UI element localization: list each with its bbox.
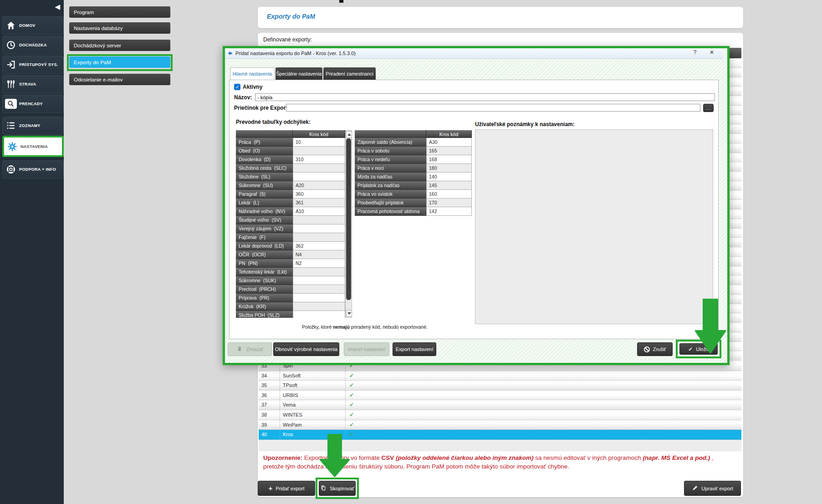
menu-item-nastavenia-databazy[interactable]: Nastavenia databázy xyxy=(69,22,170,34)
sidebar-item-label: DOMOV xyxy=(19,23,36,28)
table-row[interactable]: Práca (P) 10 xyxy=(236,138,352,147)
dialog-help-button[interactable]: ? xyxy=(690,49,699,57)
table-row[interactable]: Fajčenie (F) xyxy=(236,233,352,242)
active-checkbox[interactable]: ✓ xyxy=(234,84,240,90)
table-row[interactable]: Práca v sobotu 165 xyxy=(355,147,472,155)
table-row[interactable]: Práca v noci 180 xyxy=(355,164,472,173)
row-name: TPsoft xyxy=(280,381,346,390)
export-settings-dialog: Pridať nastavenia exportu do PaM - Kros … xyxy=(223,46,730,365)
clock-icon xyxy=(3,40,19,50)
delete-button[interactable]: Zmazať xyxy=(228,342,272,356)
main-sidebar: ◀ DOMOV DOCHÁDZKA PRÍSTUPOVÝ SYS. STRAVA… xyxy=(0,0,64,504)
numbered-list-icon xyxy=(3,121,19,131)
row-number: 38 xyxy=(259,410,280,420)
table-row[interactable]: Práca v nedeľu 168 xyxy=(355,155,472,164)
scrollbar-thumb[interactable] xyxy=(346,138,351,300)
check-icon: ✓ xyxy=(688,346,693,352)
sidebar-collapse-icon[interactable]: ◀ xyxy=(44,3,60,14)
table-row[interactable]: Súkromne (SUK) xyxy=(236,276,352,285)
dialog-titlebar[interactable]: Pridať nastavenia exportu do PaM - Kros … xyxy=(225,48,723,59)
export-settings-button[interactable]: Export nastavení xyxy=(393,342,436,356)
sidebar-item-zoznamy[interactable]: ZOZNAMY xyxy=(2,117,64,135)
edit-export-button[interactable]: Upraviť export xyxy=(684,481,741,496)
table-row[interactable]: 35 TPsoft ✓ xyxy=(259,381,741,391)
login-arrow-icon xyxy=(3,60,19,70)
table-row[interactable]: Záporné saldo (Absencia) A30 xyxy=(355,138,472,147)
scroll-up-icon[interactable] xyxy=(346,131,352,138)
table-row[interactable]: 34 SunSoft ✓ xyxy=(259,371,741,381)
check-icon: ✓ xyxy=(346,420,741,430)
table-row[interactable]: 39 WinPam ✓ xyxy=(259,420,741,430)
scrollbar[interactable] xyxy=(345,130,352,318)
table-row[interactable]: Príplatok za nadčas 145 xyxy=(355,181,472,190)
table-row[interactable]: Pracovná pohotovosť aktívna 142 xyxy=(355,207,472,216)
dialog-content: ✓ Aktívny Názov: Priečinok pre Export: .… xyxy=(229,80,719,339)
table-row[interactable]: Príprava (PR) xyxy=(236,294,352,302)
sidebar-item-label: NASTAVENIA xyxy=(20,144,48,149)
dialog-title: Pridať nastavenia exportu do PaM - Kros … xyxy=(235,51,356,56)
sidebar-item-label: ZOZNAMY xyxy=(19,123,41,128)
table-row[interactable]: Práca vo sviatok 160 xyxy=(355,190,472,199)
dialog-close-button[interactable]: ✕ xyxy=(707,49,717,57)
sidebar-item-prehlady[interactable]: PREHĽADY xyxy=(2,95,64,113)
browse-folder-button[interactable]: ... xyxy=(703,104,714,112)
table-row[interactable]: Lekár (L) 361 xyxy=(236,199,352,207)
export-folder-input[interactable] xyxy=(286,104,700,112)
cancel-icon xyxy=(644,346,650,352)
sidebar-item-pristupovy-sys[interactable]: PRÍSTUPOVÝ SYS. xyxy=(2,56,64,74)
table-row[interactable]: Mzda za nadčas 140 xyxy=(355,173,472,181)
table-row[interactable]: Služba POH (SLZ) xyxy=(236,311,352,318)
table-row[interactable]: Tehotenský lekár (Lkt) xyxy=(236,268,352,276)
name-input[interactable] xyxy=(255,93,715,101)
table-row[interactable]: 36 URBIS ✓ xyxy=(259,391,741,401)
menu-item-program[interactable]: Program xyxy=(69,6,170,18)
deviation-conversion-table: Kros kód Práca (P) 10 Obed (O) xyxy=(236,130,352,318)
sidebar-item-domov[interactable]: DOMOV xyxy=(2,16,64,35)
menu-item-odosielanie-emailov[interactable]: Odosielanie e-mailov xyxy=(69,74,170,85)
table-row[interactable]: Služobne (SL) xyxy=(236,173,352,181)
page-title-card xyxy=(258,7,743,28)
highlight-frame xyxy=(316,478,359,499)
table-row[interactable]: Prechod (PRCH) xyxy=(236,285,352,294)
tab-specialne-nastavenia[interactable]: Špeciálne nastavenia xyxy=(276,67,322,80)
sidebar-item-strava[interactable]: STRAVA xyxy=(2,75,64,93)
add-export-button[interactable]: + Pridať export xyxy=(258,481,315,496)
table-row[interactable]: Paragraf (§) 360 xyxy=(236,190,352,199)
table-row[interactable]: Krúžok (KR) xyxy=(236,302,352,311)
table-row[interactable]: Poobedňajší príplatok 170 xyxy=(355,199,472,207)
tab-priradeni-zamestnanci[interactable]: Priradení zamestnanci xyxy=(323,67,376,80)
table-row[interactable]: Súkromne (SU) A20 xyxy=(236,181,352,190)
table-row[interactable]: Lekár doprovod (LD) 362 xyxy=(236,242,352,250)
table-row[interactable]: Verejný záujem (VZ) xyxy=(236,224,352,233)
menu-item-exporty-do-pam[interactable]: Exporty do PaM xyxy=(69,56,170,68)
pencil-icon xyxy=(692,485,698,492)
export-folder-label: Priečinok pre Export: xyxy=(234,105,289,111)
check-icon: ✓ xyxy=(346,430,741,439)
table-footnote: Položky, ktoré nemajú priradený kód, neb… xyxy=(237,324,492,330)
user-notes-textarea[interactable] xyxy=(475,129,713,324)
sidebar-item-podpora-info[interactable]: PODPORA + INFO xyxy=(2,160,64,178)
app-window: ◀ DOMOV DOCHÁDZKA PRÍSTUPOVÝ SYS. STRAVA… xyxy=(0,0,822,504)
kros-code-header: Kros kód xyxy=(293,130,345,138)
table-row[interactable]: 37 Vema ✓ xyxy=(259,400,741,410)
table-row[interactable]: Náhradné voľno (NV) A10 xyxy=(236,207,352,216)
menu-item-dochadzkovy-server[interactable]: Dochádzkový server xyxy=(69,40,170,51)
check-icon: ✓ xyxy=(346,410,741,420)
row-name: URBIS xyxy=(280,391,346,400)
cancel-button[interactable]: Zrušiť xyxy=(637,342,673,356)
row-number: 39 xyxy=(259,420,280,430)
table-row[interactable]: OČR (OCR) N4 xyxy=(236,250,352,259)
table-row[interactable]: Študijné voľno (SV) xyxy=(236,216,352,224)
table-row[interactable]: PN (PN) N2 xyxy=(236,259,352,268)
sidebar-item-label: PREHĽADY xyxy=(19,102,43,106)
table-row[interactable]: Dovolenka (D) 310 xyxy=(236,155,352,164)
scroll-down-icon[interactable] xyxy=(346,310,352,317)
import-settings-button[interactable]: Import nastavení xyxy=(344,342,389,356)
sidebar-item-dochadzka[interactable]: DOCHÁDZKA xyxy=(2,36,64,54)
restore-defaults-button[interactable]: Obnoviť výrobné nastavenia xyxy=(273,342,339,356)
table-row[interactable]: Služobná cesta (SLC) xyxy=(236,164,352,173)
table-row[interactable]: Obed (O) xyxy=(236,147,352,155)
sidebar-item-nastavenia[interactable]: NASTAVENIA xyxy=(2,136,64,157)
tab-hlavne-nastavenia[interactable]: Hlavné nastavenia xyxy=(230,67,275,80)
table-row[interactable]: 38 WINTES ✓ xyxy=(259,410,741,420)
